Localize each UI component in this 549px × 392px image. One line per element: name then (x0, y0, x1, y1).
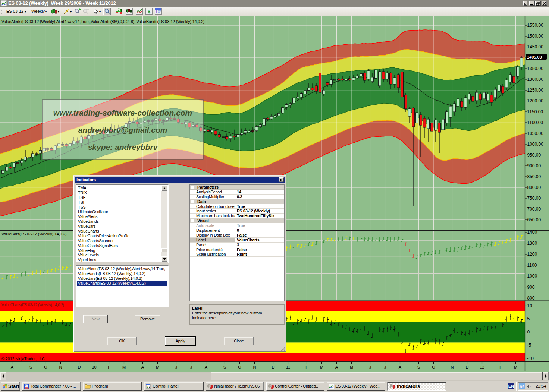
svg-text:1300: 1300 (527, 241, 537, 246)
svg-text:O: O (238, 365, 241, 369)
svg-text:700.00: 700.00 (527, 206, 541, 212)
svg-text:J: J (384, 365, 386, 369)
svg-text:O: O (432, 365, 435, 369)
svg-text:10: 10 (527, 303, 533, 309)
svg-text:0: 0 (527, 329, 530, 335)
svg-text:A: A (205, 365, 208, 369)
svg-text:F: F (499, 365, 502, 369)
svg-text:1500.00: 1500.00 (527, 34, 544, 39)
svg-text:1250.00: 1250.00 (527, 88, 544, 93)
svg-text:O: O (44, 365, 47, 369)
svg-text:M: M (519, 383, 524, 389)
svg-text:850.00: 850.00 (527, 174, 541, 179)
svg-text:ValueCharts(ES 03-12 (Weekly),: ValueCharts(ES 03-12 (Weekly),14,0.2) (1, 303, 64, 307)
svg-text:J: J (175, 365, 178, 369)
svg-text:A: A (11, 365, 14, 369)
svg-text:1350.00: 1350.00 (527, 66, 544, 71)
svg-text:1050.00: 1050.00 (527, 131, 544, 136)
svg-text:750.00: 750.00 (527, 196, 541, 201)
svg-text:12: 12 (480, 365, 484, 369)
svg-text:S: S (29, 365, 32, 369)
svg-text:1100.00: 1100.00 (527, 120, 543, 125)
svg-text:J: J (369, 365, 371, 369)
svg-text:M: M (514, 365, 517, 369)
svg-text:D: D (466, 365, 469, 369)
svg-text:800.00: 800.00 (527, 185, 541, 190)
svg-text:F: F (305, 365, 308, 369)
svg-text:$: $ (148, 9, 151, 14)
svg-text:-10: -10 (527, 356, 534, 361)
svg-text:S: S (223, 365, 226, 369)
svg-text:A: A (141, 365, 144, 369)
svg-text:N: N (253, 365, 256, 369)
svg-text:skype: andreybbrv: skype: andreybbrv (88, 143, 158, 151)
svg-text:1405.00: 1405.00 (527, 55, 542, 59)
svg-text:andreybbrv@gmail.com: andreybbrv@gmail.com (78, 126, 167, 134)
svg-text:D: D (78, 365, 81, 369)
svg-text:1400: 1400 (527, 230, 537, 235)
svg-text:F: F (108, 365, 110, 369)
svg-text:10: 10 (92, 365, 96, 369)
svg-text:ValueAlerts(ES 03-12 (Weekly),: ValueAlerts(ES 03-12 (Weekly),Alert4.wav… (1, 19, 204, 24)
svg-text:11: 11 (286, 365, 290, 369)
svg-text:A: A (335, 365, 338, 369)
svg-text:M: M (156, 365, 159, 369)
svg-text:-5: -5 (527, 342, 531, 348)
svg-text:650.00: 650.00 (527, 217, 541, 222)
svg-text:1150.00: 1150.00 (527, 109, 543, 114)
svg-text:900.00: 900.00 (527, 163, 541, 168)
svg-text:M: M (320, 365, 323, 369)
svg-text:M: M (350, 365, 353, 369)
svg-text:1300.00: 1300.00 (527, 77, 544, 82)
svg-text:5: 5 (527, 316, 530, 322)
svg-text:A: A (399, 365, 402, 369)
svg-text:1200.00: 1200.00 (527, 98, 544, 104)
svg-text:S: S (417, 365, 420, 369)
svg-text:1100: 1100 (527, 263, 537, 268)
svg-text:N: N (451, 365, 454, 369)
svg-text:1200: 1200 (527, 252, 537, 257)
svg-text:1550.00: 1550.00 (527, 23, 544, 28)
svg-text:D: D (272, 365, 275, 369)
svg-text:N: N (59, 365, 62, 369)
svg-text:© 2012 NinjaTrader, LLC: © 2012 NinjaTrader, LLC (1, 357, 45, 361)
svg-text:M: M (122, 365, 126, 369)
svg-text:1000.00: 1000.00 (527, 142, 544, 147)
svg-text:www.trading-software-collectio: www.trading-software-collection.com (53, 108, 192, 117)
svg-text:800: 800 (527, 295, 535, 301)
svg-text:950.00: 950.00 (527, 152, 541, 158)
svg-text:ValueBars(ES 03-12 (Weekly),14: ValueBars(ES 03-12 (Weekly),14,0.2) (1, 232, 66, 236)
svg-text:J: J (190, 365, 192, 369)
svg-text:1450.00: 1450.00 (527, 44, 544, 50)
svg-text:1000: 1000 (527, 274, 537, 279)
svg-text:900: 900 (527, 285, 535, 290)
